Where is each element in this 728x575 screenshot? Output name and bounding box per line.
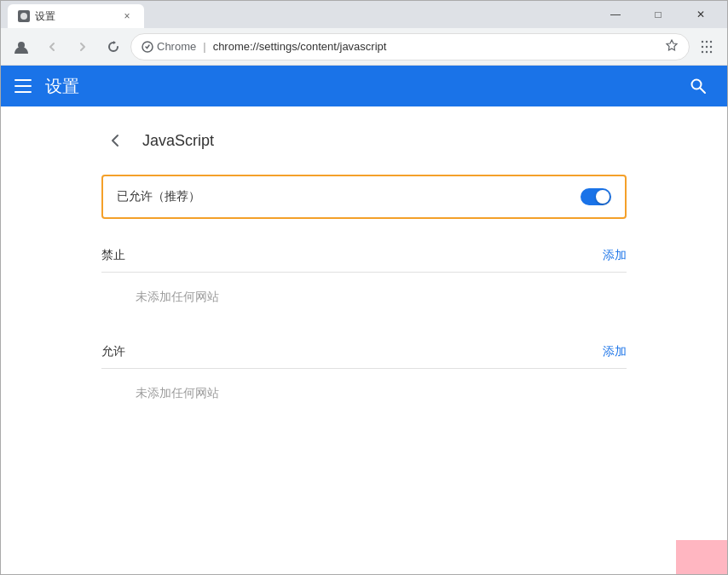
allow-section-title: 允许 (101, 344, 125, 359)
pink-corner-element (676, 540, 727, 574)
svg-line-14 (701, 89, 706, 94)
forward-button[interactable] (69, 33, 96, 60)
nav-bar: Chrome | chrome://settings/content/javas… (1, 28, 727, 66)
allow-add-button[interactable]: 添加 (603, 344, 627, 359)
address-separator: | (203, 40, 205, 53)
hamburger-menu-button[interactable] (14, 79, 32, 93)
svg-point-9 (710, 45, 712, 47)
maximize-button[interactable]: □ (638, 1, 678, 28)
close-button[interactable]: ✕ (681, 1, 720, 28)
refresh-button[interactable] (100, 33, 127, 60)
block-section-header: 禁止 添加 (101, 239, 627, 273)
main-content: JavaScript 已允许（推荐） 禁止 添加 未添加任何 (1, 106, 727, 574)
user-account-icon[interactable] (8, 33, 35, 60)
allow-javascript-label: 已允许（推荐） (117, 189, 200, 204)
block-empty-text: 未添加任何网站 (101, 279, 627, 315)
svg-point-6 (710, 40, 712, 42)
secure-icon: Chrome (142, 40, 196, 53)
brand-label: Chrome (157, 40, 196, 53)
settings-search-button[interactable] (683, 71, 714, 101)
chrome-menu-button[interactable] (693, 33, 720, 60)
allow-section-header: 允许 添加 (101, 336, 627, 369)
svg-point-5 (706, 40, 708, 42)
active-tab[interactable]: 设置 × (8, 4, 144, 28)
svg-point-12 (710, 50, 712, 52)
tab-area: 设置 × (8, 1, 596, 28)
allow-empty-text: 未添加任何网站 (101, 376, 627, 411)
address-bar[interactable]: Chrome | chrome://settings/content/javas… (130, 33, 690, 60)
svg-point-7 (702, 45, 703, 47)
minimize-button[interactable]: — (596, 1, 635, 28)
block-section: 禁止 添加 未添加任何网站 (101, 239, 627, 315)
javascript-toggle[interactable] (581, 188, 611, 205)
svg-point-0 (20, 13, 27, 20)
title-bar: 设置 × — □ ✕ (1, 1, 727, 28)
svg-point-4 (702, 40, 703, 42)
svg-point-11 (706, 50, 708, 52)
window-controls: — □ ✕ (596, 1, 720, 28)
tab-close-button[interactable]: × (120, 9, 134, 23)
svg-point-10 (702, 50, 703, 52)
allow-javascript-row: 已允许（推荐） (101, 175, 627, 219)
svg-point-8 (706, 45, 708, 47)
content-area: JavaScript 已允许（推荐） 禁止 添加 未添加任何 (1, 106, 727, 574)
tab-title: 设置 (35, 9, 55, 24)
block-add-button[interactable]: 添加 (603, 248, 627, 263)
page-header: JavaScript (101, 127, 627, 154)
svg-marker-3 (667, 40, 677, 50)
back-button[interactable] (38, 33, 66, 60)
settings-page-title: 设置 (45, 75, 669, 98)
settings-header: 设置 (1, 66, 727, 106)
settings-panel: JavaScript 已允许（推荐） 禁止 添加 未添加任何 (74, 106, 654, 574)
block-section-title: 禁止 (101, 248, 125, 263)
javascript-back-button[interactable] (101, 127, 129, 154)
tab-favicon (18, 10, 30, 22)
address-url: chrome://settings/content/javascript (213, 40, 658, 53)
bookmark-star-icon[interactable] (665, 38, 679, 55)
javascript-page-title: JavaScript (142, 132, 214, 150)
allow-section: 允许 添加 未添加任何网站 (101, 336, 627, 411)
